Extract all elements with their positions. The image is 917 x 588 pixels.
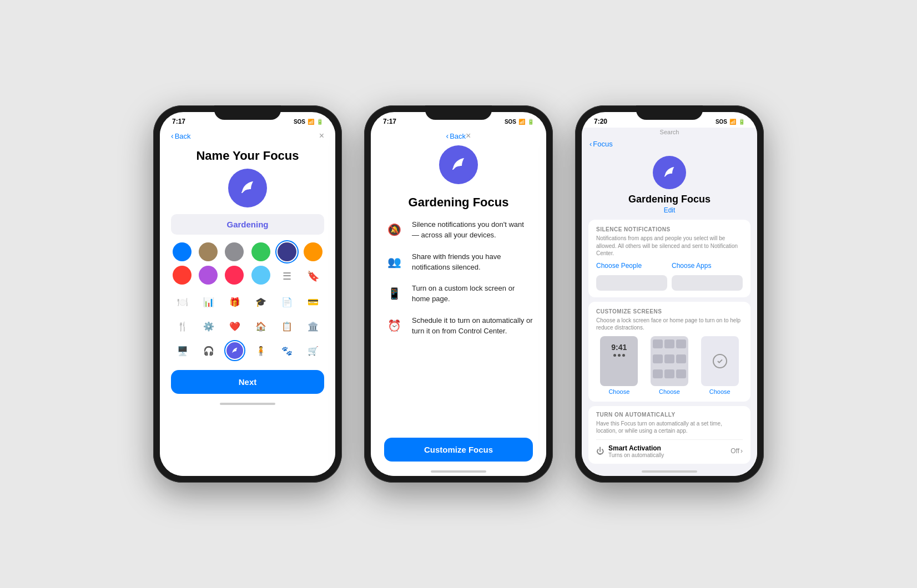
icon-grad[interactable]: 🎓 [250,291,271,312]
app-ph-3 [676,339,686,348]
color-green[interactable] [251,242,270,261]
icon-list[interactable]: ☰ [276,266,298,287]
smart-right: Off › [730,447,743,455]
phone3-content: Search ‹ Focus [582,128,757,476]
feature-icon-schedule: ⏰ [384,316,404,336]
icon-leaf-selected[interactable] [224,340,245,361]
status-icons-2: SOS 📶 🔋 [505,119,534,125]
home-indicator-1 [220,403,275,405]
color-gray[interactable] [225,242,244,261]
icon-cart[interactable]: 🛒 [303,340,324,361]
notch-2 [425,105,492,120]
choose-apps-link[interactable]: Choose Apps [672,262,743,270]
screen-title-1: Name Your Focus [171,149,324,163]
icon-home[interactable]: 🏠 [250,316,271,337]
feature-item-2: 👥 Share with friends you have notificati… [384,252,533,273]
focus-icon-medium [653,156,686,189]
feature-list: 🔕 Silence notifications you don't want —… [384,220,533,348]
color-navy[interactable] [278,242,296,261]
focus-icon-large-2 [439,145,478,184]
focus-header: Gardening Focus Edit [582,151,757,220]
color-purple[interactable] [199,266,218,285]
name-input-1[interactable]: Gardening [171,214,324,235]
silence-notifications-section: SILENCE NOTIFICATIONS Notifications from… [588,220,750,297]
icon-monitor[interactable]: 🖥️ [172,340,193,361]
chevron-left-icon-2: ‹ [446,131,449,140]
power-icon: ⏻ [596,447,604,455]
app-ph-8 [664,369,674,378]
color-crimson[interactable] [225,266,244,285]
phone3-scroll: Gardening Focus Edit SILENCE NOTIFICATIO… [582,151,757,467]
customize-header: CUSTOMIZE SCREENS [596,308,743,315]
icon-fork[interactable]: 🍽️ [172,291,193,312]
battery-icon-3: 🔋 [738,119,745,125]
chevron-right-icon: › [740,447,743,455]
phone-1: 7:17 SOS 📶 🔋 ‹ Back × Name Your Focus [153,105,342,483]
gardening-focus-title: Gardening Focus [409,195,509,210]
smart-left: ⏻ Smart Activation Turns on automaticall… [596,444,664,458]
home-screen-preview[interactable] [651,336,688,386]
feature-text-4: Schedule it to turn on automatically or … [412,316,533,337]
smart-value: Off [730,447,739,455]
icon-person[interactable]: 🧍 [250,340,271,361]
next-button-1[interactable]: Next [171,370,324,394]
lock-time: 9:41 [611,343,627,352]
icon-bookmark[interactable]: 🔖 [303,266,324,287]
home-indicator-2 [431,470,486,473]
back-button-1[interactable]: ‹ Back [171,131,191,140]
lock-dot-2 [618,354,621,357]
nav-bar-2: ‹ Back × [446,128,471,145]
icon-utensils[interactable]: 🍴 [172,316,193,337]
focus-nav-bar: ‹ Focus [582,138,757,151]
chevron-left-icon-3: ‹ [590,140,592,148]
shortcut-screen-preview[interactable] [701,336,739,386]
phone-3: 7:20 SOS 📶 🔋 Search ‹ Focus [575,105,764,483]
icon-settings[interactable]: ⚙️ [198,316,219,337]
icon-office[interactable]: 📋 [276,316,298,337]
notch-3 [636,105,703,120]
icon-paw[interactable]: 🐾 [276,340,298,361]
choose-people-link[interactable]: Choose People [596,262,667,270]
focus-name-title: Gardening Focus [628,194,711,205]
color-red[interactable] [173,266,192,285]
phone-2: 7:17 SOS 📶 🔋 ‹ Back × [364,105,553,483]
color-blue[interactable] [173,242,192,261]
feature-text-2: Share with friends you have notification… [412,252,533,273]
battery-icon-1: 🔋 [316,119,323,125]
status-time-2: 7:17 [383,118,396,125]
close-button-1[interactable]: × [319,131,324,141]
icon-chart[interactable]: 📊 [198,291,219,312]
status-icons-1: SOS 📶 🔋 [294,119,323,125]
edit-link[interactable]: Edit [664,206,676,214]
lock-dots [613,354,625,357]
back-label-2: Back [450,132,466,140]
status-icons-3: SOS 📶 🔋 [716,119,745,125]
screen-thumb-shortcut: Choose [697,336,743,395]
app-ph-1 [653,339,663,348]
feature-icon-lock: 📱 [384,283,404,303]
color-teal[interactable] [251,266,270,285]
sos-label-2: SOS [505,119,516,125]
icon-card[interactable]: 💳 [303,291,324,312]
color-orange[interactable] [304,242,323,261]
icon-gift[interactable]: 🎁 [224,291,245,312]
choose-label-lock[interactable]: Choose [608,388,629,395]
focus-icon-large-1 [228,169,267,207]
close-button-2[interactable]: × [466,131,471,141]
choose-label-home[interactable]: Choose [659,388,680,395]
status-time-1: 7:17 [172,118,185,125]
icon-health[interactable]: ❤️ [224,316,245,337]
choose-label-shortcut[interactable]: Choose [709,388,730,395]
back-button-2[interactable]: ‹ Back [446,131,466,140]
phone2-content: ‹ Back × Gardening Focus 🔕 Silence n [371,128,546,476]
icon-doc[interactable]: 📄 [276,291,298,312]
smart-activation-row[interactable]: ⏻ Smart Activation Turns on automaticall… [596,439,743,458]
focus-back-button[interactable]: ‹ Focus [590,140,613,148]
customize-button[interactable]: Customize Focus [384,438,533,462]
silence-placeholders [596,273,743,291]
color-tan[interactable] [199,242,218,261]
icon-headphone[interactable]: 🎧 [198,340,219,361]
screen-thumb-home: Choose [647,336,693,395]
lock-screen-preview[interactable]: 9:41 [600,336,638,386]
icon-bank[interactable]: 🏛️ [303,316,324,337]
